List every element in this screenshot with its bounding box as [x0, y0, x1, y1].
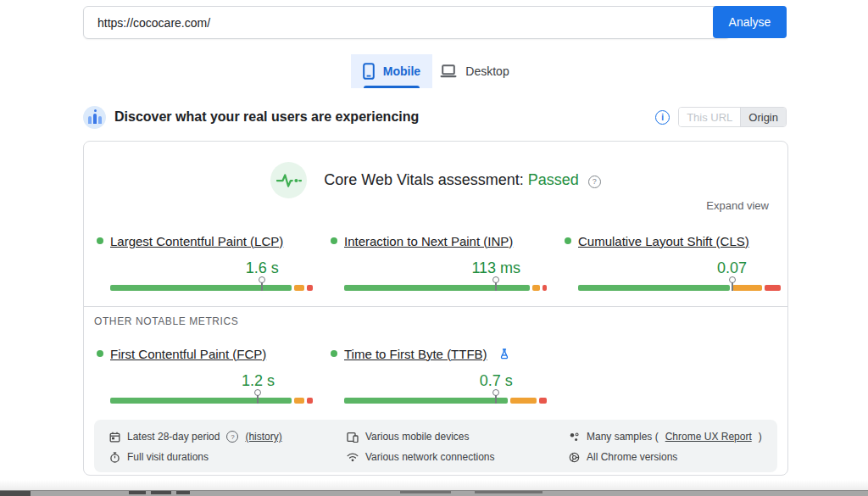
metric-link-fcp[interactable]: First Contentful Paint (FCP) — [110, 347, 266, 361]
good-status-dot — [97, 350, 103, 357]
scope-origin-button[interactable]: Origin — [740, 108, 786, 126]
section-title: Discover what your real users are experi… — [114, 109, 419, 125]
field-data-card: Core Web Vitals assessment: Passed ? Exp… — [83, 141, 788, 476]
devices-icon — [347, 432, 359, 443]
desktop-laptop-icon — [440, 64, 457, 78]
metric-cls: Cumulative Layout Shift (CLS) 0.07 — [578, 234, 781, 293]
metric-link-cls[interactable]: Cumulative Layout Shift (CLS) — [578, 234, 749, 248]
collection-period: Latest 28-day period ? (history) — [109, 430, 282, 443]
scope-toggle: This URL Origin — [678, 107, 787, 127]
bottom-fade — [0, 480, 868, 490]
analyse-button[interactable]: Analyse — [713, 6, 787, 38]
experimental-flask-icon[interactable] — [499, 348, 509, 359]
period-help-icon[interactable]: ? — [226, 431, 238, 443]
bottom-cutoff-strip — [0, 490, 868, 496]
tab-desktop[interactable]: Desktop — [432, 54, 517, 88]
cwv-assessment-title: Core Web Vitals assessment: Passed ? — [324, 171, 601, 189]
cwv-assessment-status: Passed — [528, 171, 579, 188]
collection-period-label: Latest 28-day period — [127, 431, 220, 443]
device-tabs: Mobile Desktop — [351, 54, 517, 88]
distribution-bar — [110, 398, 313, 404]
metric-lcp: Largest Contentful Paint (LCP) 1.6 s — [110, 234, 313, 293]
device-sample: Various mobile devices — [347, 430, 470, 443]
cwv-help-icon[interactable]: ? — [588, 176, 601, 188]
distribution-bar — [344, 398, 547, 404]
distribution-bar — [110, 285, 313, 291]
field-section-header: Discover what your real users are experi… — [83, 104, 787, 130]
distribution-bar — [344, 285, 547, 291]
metric-link-ttfb[interactable]: Time to First Byte (TTFB) — [344, 347, 487, 361]
good-status-dot — [331, 350, 337, 357]
calendar-icon — [109, 432, 120, 443]
wifi-icon — [347, 452, 359, 462]
metric-value: 1.2 s — [242, 372, 275, 390]
other-metrics-title: OTHER NOTABLE METRICS — [94, 315, 238, 327]
scope-this-url-button[interactable]: This URL — [679, 108, 740, 126]
good-status-dot — [97, 237, 103, 244]
samples-dots-icon — [569, 432, 580, 443]
metric-value: 113 ms — [471, 259, 520, 277]
good-status-dot — [331, 237, 337, 244]
metric-link-inp[interactable]: Interaction to Next Paint (INP) — [344, 234, 513, 248]
cwv-assessment-header: Core Web Vitals assessment: Passed ? — [84, 162, 787, 198]
info-icon[interactable]: i — [655, 110, 670, 125]
device-sample-label: Various mobile devices — [365, 431, 470, 443]
chrome-versions: All Chrome versions — [569, 450, 677, 464]
visit-durations: Full visit durations — [109, 450, 209, 464]
stopwatch-icon — [109, 452, 120, 463]
sample-size-suffix: ) — [759, 431, 762, 443]
real-users-icon — [83, 106, 106, 129]
card-divider — [84, 306, 787, 307]
tab-mobile[interactable]: Mobile — [351, 54, 432, 88]
tab-mobile-label: Mobile — [383, 64, 420, 78]
expand-view-button[interactable]: Expand view — [706, 199, 769, 212]
sample-size: Many samples (Chrome UX Report) — [569, 430, 762, 443]
url-input[interactable] — [83, 6, 731, 39]
visit-durations-label: Full visit durations — [127, 451, 209, 463]
metric-value: 0.07 — [717, 259, 747, 277]
metric-link-lcp[interactable]: Largest Contentful Paint (LCP) — [110, 234, 283, 248]
tab-desktop-label: Desktop — [465, 64, 509, 78]
cwv-assessment-label: Core Web Vitals assessment: — [324, 171, 523, 188]
metric-value: 1.6 s — [246, 259, 279, 277]
chrome-icon — [569, 452, 580, 463]
distribution-bar — [578, 285, 781, 291]
tab-active-underline — [364, 86, 420, 88]
crux-report-link[interactable]: Chrome UX Report — [665, 431, 752, 443]
network-sample-label: Various network connections — [365, 451, 495, 463]
metric-fcp: First Contentful Paint (FCP) 1.2 s — [110, 347, 313, 406]
mobile-phone-icon — [363, 63, 375, 80]
metric-ttfb: Time to First Byte (TTFB) 0.7 s — [344, 347, 547, 406]
pulse-icon — [270, 162, 307, 198]
sample-size-label: Many samples ( — [587, 431, 659, 443]
good-status-dot — [565, 237, 571, 244]
history-link[interactable]: (history) — [245, 431, 281, 443]
metric-value: 0.7 s — [480, 372, 513, 390]
chrome-versions-label: All Chrome versions — [587, 451, 677, 463]
metric-inp: Interaction to Next Paint (INP) 113 ms — [344, 234, 547, 293]
network-sample: Various network connections — [347, 450, 495, 464]
collection-info-band: Latest 28-day period ? (history) Full vi… — [94, 420, 777, 472]
